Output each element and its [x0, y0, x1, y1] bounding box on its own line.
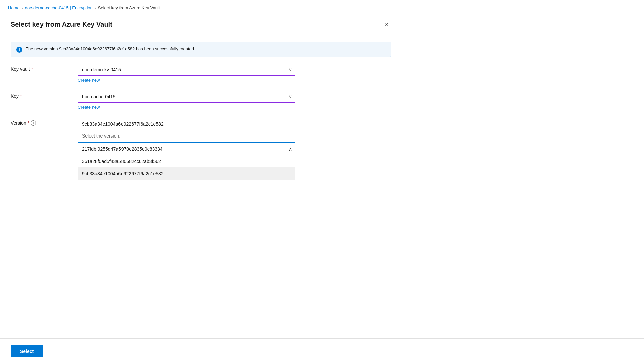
key-row: Key * hpc-cache-0415 ∨ Create new	[11, 91, 391, 110]
version-label: Version * i	[11, 118, 78, 126]
version-row: Version * i 9cb33a34e1004a6e922677f6a2c1…	[11, 118, 391, 180]
breadcrumb: Home › doc-demo-cache-0415 | Encryption …	[0, 0, 644, 14]
key-control: hpc-cache-0415 ∨ Create new	[78, 91, 295, 110]
key-dropdown[interactable]: hpc-cache-0415	[78, 91, 295, 103]
breadcrumb-sep-1: ›	[22, 6, 23, 10]
key-required: *	[20, 93, 22, 99]
version-dropdown-wrapper: 9cb33a34e1004a6e922677f6a2c1e582 ∧ 217fd…	[78, 118, 295, 180]
select-button[interactable]: Select	[11, 345, 43, 357]
version-info-icon[interactable]: i	[31, 120, 36, 126]
info-icon: i	[16, 47, 22, 53]
breadcrumb-encryption[interactable]: doc-demo-cache-0415 | Encryption	[25, 5, 93, 10]
close-button[interactable]: ×	[382, 20, 391, 29]
version-dropdown-panel: 217fdbf9255d47a5970e2835e0c83334 361a28f…	[78, 130, 295, 180]
version-option-1[interactable]: 217fdbf9255d47a5970e2835e0c83334	[78, 143, 295, 155]
breadcrumb-home[interactable]: Home	[8, 5, 20, 10]
key-vault-create-new[interactable]: Create new	[78, 78, 100, 83]
breadcrumb-current: Select key from Azure Key Vault	[98, 5, 160, 10]
key-vault-row: Key vault * doc-demo-kv-0415 ∨ Create ne…	[11, 64, 391, 83]
dialog-panel: Select key from Azure Key Vault × i The …	[0, 14, 402, 180]
info-banner: i The new version 9cb33a34e1004a6e922677…	[11, 42, 391, 57]
version-option-2[interactable]: 361a28f0ad5f43a580682cc62ab3f562	[78, 155, 295, 167]
info-banner-text: The new version 9cb33a34e1004a6e922677f6…	[26, 46, 195, 51]
key-vault-dropdown[interactable]: doc-demo-kv-0415	[78, 64, 295, 76]
form-section: Key vault * doc-demo-kv-0415 ∨ Create ne…	[11, 64, 391, 180]
key-vault-label: Key vault *	[11, 64, 78, 72]
version-option-3[interactable]: 9cb33a34e1004a6e922677f6a2c1e582	[78, 167, 295, 180]
key-vault-dropdown-wrapper: doc-demo-kv-0415 ∨	[78, 64, 295, 76]
dialog-footer: Select	[0, 338, 644, 364]
version-search-input[interactable]	[78, 130, 295, 143]
key-label: Key *	[11, 91, 78, 99]
version-dropdown[interactable]: 9cb33a34e1004a6e922677f6a2c1e582	[78, 118, 295, 130]
key-dropdown-wrapper: hpc-cache-0415 ∨	[78, 91, 295, 103]
version-control: 9cb33a34e1004a6e922677f6a2c1e582 ∧ 217fd…	[78, 118, 295, 180]
key-vault-value: doc-demo-kv-0415	[82, 67, 121, 72]
key-vault-control: doc-demo-kv-0415 ∨ Create new	[78, 64, 295, 83]
version-value: 9cb33a34e1004a6e922677f6a2c1e582	[82, 121, 164, 127]
dialog-header: Select key from Azure Key Vault ×	[11, 14, 391, 35]
key-value: hpc-cache-0415	[82, 94, 115, 99]
page-container: Home › doc-demo-cache-0415 | Encryption …	[0, 0, 644, 364]
key-vault-required: *	[31, 66, 33, 72]
version-required: *	[28, 120, 29, 126]
breadcrumb-sep-2: ›	[95, 6, 96, 10]
dialog-title: Select key from Azure Key Vault	[11, 21, 112, 28]
key-create-new[interactable]: Create new	[78, 105, 100, 110]
